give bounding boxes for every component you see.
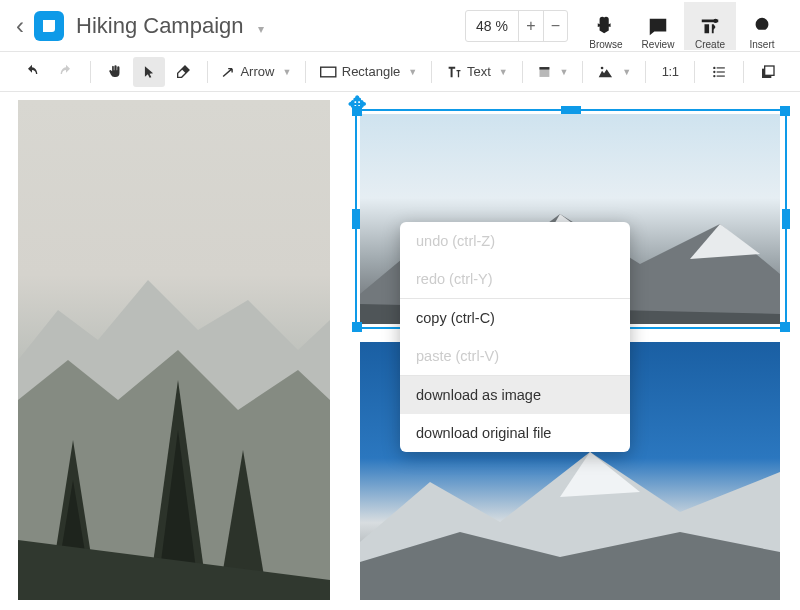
resize-handle-tr[interactable] bbox=[780, 106, 790, 116]
resize-handle-ml[interactable] bbox=[352, 209, 360, 229]
canvas[interactable]: ✥ undo (ctrl-Z) redo (ctrl-Y) copy (ctrl… bbox=[0, 92, 800, 610]
mode-insert[interactable]: Insert bbox=[736, 2, 788, 50]
context-menu-redo: redo (ctrl-Y) bbox=[400, 260, 630, 298]
resize-handle-mr[interactable] bbox=[782, 209, 790, 229]
project-title-text: Hiking Campaign bbox=[76, 13, 244, 38]
stack-button[interactable] bbox=[752, 57, 784, 87]
pan-tool-button[interactable] bbox=[99, 57, 131, 87]
list-button[interactable] bbox=[703, 57, 735, 87]
mode-create-label: Create bbox=[695, 39, 725, 50]
project-title[interactable]: Hiking Campaign ▾ bbox=[76, 13, 264, 39]
crop-tool-button[interactable]: ▼ bbox=[591, 57, 637, 87]
ratio-button[interactable]: 1:1 bbox=[654, 57, 686, 87]
svg-rect-10 bbox=[765, 66, 774, 75]
context-menu: undo (ctrl-Z) redo (ctrl-Y) copy (ctrl-C… bbox=[400, 222, 630, 452]
chevron-down-icon: ▼ bbox=[560, 67, 569, 77]
context-menu-copy[interactable]: copy (ctrl-C) bbox=[400, 299, 630, 337]
redo-button[interactable] bbox=[50, 57, 82, 87]
resize-handle-mt[interactable] bbox=[561, 106, 581, 114]
back-button[interactable]: ‹ bbox=[12, 12, 28, 40]
rectangle-tool-label: Rectangle bbox=[342, 64, 401, 79]
context-menu-paste: paste (ctrl-V) bbox=[400, 337, 630, 375]
zoom-in-button[interactable]: + bbox=[519, 11, 543, 41]
mode-review-label: Review bbox=[642, 39, 675, 50]
arrow-tool-button[interactable]: Arrow▼ bbox=[216, 57, 297, 87]
svg-point-7 bbox=[713, 74, 715, 76]
svg-point-3 bbox=[713, 66, 715, 68]
undo-button[interactable] bbox=[16, 57, 48, 87]
zoom-out-button[interactable]: − bbox=[543, 11, 567, 41]
erase-tool-button[interactable] bbox=[167, 57, 199, 87]
context-menu-download-image[interactable]: download as image bbox=[400, 376, 630, 414]
svg-rect-8 bbox=[717, 75, 725, 76]
app-logo[interactable] bbox=[34, 11, 64, 41]
mountain-illustration bbox=[18, 100, 330, 600]
context-menu-download-original[interactable]: download original file bbox=[400, 414, 630, 452]
top-bar: ‹ Hiking Campaign ▾ 48 % + − Browse Revi… bbox=[0, 0, 800, 52]
chevron-down-icon: ▼ bbox=[622, 67, 631, 77]
toolbar-separator bbox=[431, 61, 432, 83]
toolbar-separator bbox=[582, 61, 583, 83]
svg-rect-1 bbox=[321, 67, 336, 77]
resize-handle-br[interactable] bbox=[780, 322, 790, 332]
canvas-image-left[interactable] bbox=[18, 100, 330, 600]
toolbar-separator bbox=[207, 61, 208, 83]
text-tool-label: Text bbox=[467, 64, 491, 79]
chevron-down-icon: ▼ bbox=[282, 67, 291, 77]
toolbar-separator bbox=[90, 61, 91, 83]
mode-browse[interactable]: Browse bbox=[580, 2, 632, 50]
toolbar: Arrow▼ Rectangle▼ Text▼ ▼ ▼ 1:1 bbox=[0, 52, 800, 92]
toolbar-separator bbox=[645, 61, 646, 83]
svg-point-0 bbox=[713, 18, 717, 22]
context-menu-undo: undo (ctrl-Z) bbox=[400, 222, 630, 260]
fill-tool-button[interactable]: ▼ bbox=[531, 57, 575, 87]
chevron-down-icon: ▼ bbox=[499, 67, 508, 77]
svg-point-2 bbox=[601, 66, 604, 69]
zoom-value[interactable]: 48 % bbox=[466, 11, 519, 41]
toolbar-separator bbox=[694, 61, 695, 83]
chevron-down-icon: ▼ bbox=[408, 67, 417, 77]
mode-review[interactable]: Review bbox=[632, 2, 684, 50]
mode-switcher: Browse Review Create Insert bbox=[580, 2, 788, 50]
toolbar-separator bbox=[743, 61, 744, 83]
svg-point-5 bbox=[713, 70, 715, 72]
chevron-down-icon: ▾ bbox=[258, 22, 264, 36]
move-icon[interactable]: ✥ bbox=[348, 92, 366, 118]
mode-create[interactable]: Create bbox=[684, 2, 736, 50]
select-tool-button[interactable] bbox=[133, 57, 165, 87]
mode-insert-label: Insert bbox=[749, 39, 774, 50]
zoom-control: 48 % + − bbox=[465, 10, 568, 42]
arrow-tool-label: Arrow bbox=[240, 64, 274, 79]
svg-rect-4 bbox=[717, 67, 725, 68]
toolbar-separator bbox=[305, 61, 306, 83]
svg-rect-6 bbox=[717, 71, 725, 72]
toolbar-separator bbox=[522, 61, 523, 83]
mode-browse-label: Browse bbox=[589, 39, 622, 50]
text-tool-button[interactable]: Text▼ bbox=[440, 57, 514, 87]
rectangle-tool-button[interactable]: Rectangle▼ bbox=[314, 57, 423, 87]
